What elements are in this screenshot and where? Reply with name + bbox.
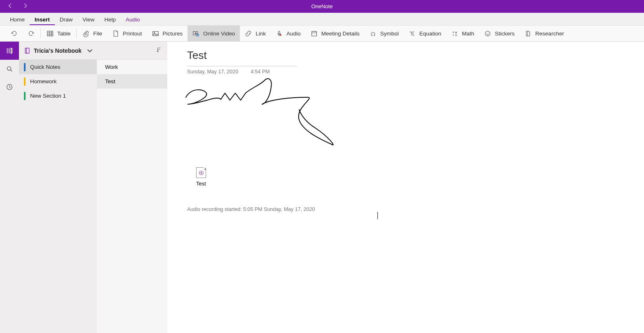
table-button[interactable]: Table bbox=[42, 26, 75, 41]
clock-icon bbox=[6, 83, 13, 91]
section-new-section-1[interactable]: New Section 1 bbox=[19, 89, 97, 103]
recent-rail-button[interactable] bbox=[0, 78, 19, 96]
meeting-details-button[interactable]: Meeting Details bbox=[306, 26, 365, 41]
app-title: OneNote bbox=[311, 3, 333, 9]
svg-point-6 bbox=[280, 34, 281, 35]
pictures-icon bbox=[152, 30, 159, 37]
undo-button[interactable] bbox=[6, 26, 23, 41]
link-icon bbox=[245, 30, 252, 37]
section-color bbox=[24, 92, 26, 100]
notebook-icon bbox=[24, 47, 30, 54]
main-area: Tricia's Notebook Quick Notes Homework bbox=[0, 42, 644, 333]
section-color bbox=[24, 63, 26, 71]
svg-rect-13 bbox=[25, 48, 29, 53]
audio-recording-line: Audio recording started: 5:05 PM Sunday,… bbox=[187, 206, 315, 212]
audio-file-icon bbox=[196, 167, 206, 178]
stickers-icon bbox=[484, 30, 491, 37]
menu-tabs: Home Insert Draw View Help Audio bbox=[0, 13, 644, 26]
back-button[interactable] bbox=[7, 3, 13, 10]
redo-button[interactable] bbox=[23, 26, 40, 41]
page-time: 4:54 PM bbox=[251, 69, 270, 75]
search-rail-button[interactable] bbox=[0, 60, 19, 78]
sections-list: Quick Notes Homework New Section 1 bbox=[19, 60, 97, 333]
notebooks-icon bbox=[6, 47, 13, 54]
table-icon bbox=[47, 30, 54, 37]
ribbon: Table File Printout Pictures Online Vide… bbox=[0, 26, 644, 42]
svg-point-9 bbox=[487, 33, 487, 33]
left-rail bbox=[0, 42, 19, 333]
undo-icon bbox=[11, 30, 18, 37]
math-button[interactable]: Math bbox=[446, 26, 479, 41]
nav-arrows bbox=[7, 3, 28, 10]
svg-rect-1 bbox=[152, 31, 158, 35]
tab-insert[interactable]: Insert bbox=[30, 14, 55, 25]
math-icon bbox=[451, 30, 458, 37]
pages-list: Work Test bbox=[97, 60, 167, 333]
equation-button[interactable]: Equation bbox=[404, 26, 446, 41]
attachment-label: Test bbox=[196, 181, 206, 187]
svg-rect-5 bbox=[279, 31, 280, 34]
notebook-header: Tricia's Notebook bbox=[19, 42, 167, 60]
researcher-icon bbox=[525, 30, 532, 37]
separator bbox=[76, 28, 77, 38]
pictures-button[interactable]: Pictures bbox=[147, 26, 188, 41]
page-canvas[interactable]: Test Sunday, May 17, 2020 4:54 PM Test A… bbox=[167, 42, 644, 333]
online-video-button[interactable]: Online Video bbox=[187, 26, 240, 41]
page-datetime: Sunday, May 17, 2020 4:54 PM bbox=[187, 69, 644, 75]
page-work[interactable]: Work bbox=[97, 60, 167, 74]
forward-button[interactable] bbox=[22, 3, 28, 10]
svg-rect-7 bbox=[311, 31, 316, 36]
page-title[interactable]: Test bbox=[187, 49, 644, 62]
svg-point-11 bbox=[7, 67, 11, 70]
svg-point-8 bbox=[485, 31, 490, 36]
notebook-name: Tricia's Notebook bbox=[34, 47, 82, 54]
symbol-button[interactable]: Symbol bbox=[365, 26, 404, 41]
audio-icon bbox=[276, 30, 283, 37]
link-button[interactable]: Link bbox=[240, 26, 271, 41]
equation-icon bbox=[409, 30, 416, 37]
stickers-button[interactable]: Stickers bbox=[479, 26, 520, 41]
tab-view[interactable]: View bbox=[77, 14, 99, 25]
audio-attachment[interactable]: Test bbox=[196, 167, 206, 187]
symbol-icon bbox=[370, 30, 377, 37]
online-video-icon bbox=[192, 30, 199, 37]
printout-icon bbox=[112, 30, 119, 37]
text-cursor bbox=[377, 212, 378, 219]
file-button[interactable]: File bbox=[77, 26, 107, 41]
svg-point-2 bbox=[154, 32, 155, 33]
printout-button[interactable]: Printout bbox=[107, 26, 147, 41]
researcher-button[interactable]: Researcher bbox=[520, 26, 569, 41]
tab-audio[interactable]: Audio bbox=[121, 14, 145, 25]
ink-drawing bbox=[184, 75, 349, 157]
chevron-down-icon bbox=[87, 47, 93, 54]
tab-draw[interactable]: Draw bbox=[55, 14, 78, 25]
tab-home[interactable]: Home bbox=[5, 14, 30, 25]
page-date: Sunday, May 17, 2020 bbox=[187, 69, 238, 75]
search-icon bbox=[6, 65, 13, 73]
separator bbox=[40, 28, 41, 38]
sort-button[interactable] bbox=[156, 47, 162, 55]
svg-point-15 bbox=[201, 172, 202, 174]
redo-icon bbox=[28, 30, 35, 37]
notebook-picker[interactable]: Tricia's Notebook bbox=[24, 47, 93, 54]
section-homework[interactable]: Homework bbox=[19, 74, 97, 89]
audio-button[interactable]: Audio bbox=[271, 26, 306, 41]
paperclip-icon bbox=[82, 30, 89, 37]
page-test[interactable]: Test bbox=[97, 74, 167, 89]
tab-help[interactable]: Help bbox=[99, 14, 121, 25]
svg-rect-0 bbox=[47, 31, 53, 36]
titlebar: OneNote bbox=[0, 0, 644, 13]
meeting-icon bbox=[311, 30, 318, 37]
svg-point-10 bbox=[488, 33, 489, 33]
notebooks-rail-button[interactable] bbox=[0, 42, 19, 60]
section-quick-notes[interactable]: Quick Notes bbox=[19, 60, 97, 74]
section-color bbox=[24, 77, 26, 86]
title-underline bbox=[187, 66, 297, 66]
sort-icon bbox=[156, 47, 162, 53]
